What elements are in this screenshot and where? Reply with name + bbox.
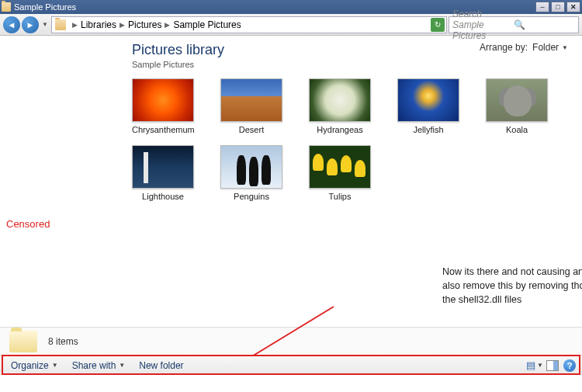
status-bar: 8 items <box>0 327 582 355</box>
thumbnail-item[interactable]: Tulips <box>309 145 371 201</box>
chevron-down-icon: ▼ <box>52 362 58 369</box>
thumbnail-item[interactable]: Penguins <box>220 145 282 201</box>
breadcrumb[interactable]: ▶ Libraries ▶ Pictures ▶ Sample Pictures… <box>51 16 447 33</box>
thumbnail-label: Lighthouse <box>132 192 194 201</box>
preview-pane-button[interactable] <box>546 360 559 371</box>
folder-icon <box>55 19 66 30</box>
thumbnail-label: Koala <box>486 125 548 134</box>
thumbnail-label: Jellyfish <box>397 125 459 134</box>
thumbnail-image <box>309 145 371 189</box>
thumbnail-image <box>132 145 194 189</box>
thumbnail-item[interactable]: Koala <box>486 78 548 134</box>
breadcrumb-item[interactable]: Sample Pictures <box>173 19 241 30</box>
views-button[interactable]: ▤▼ <box>528 359 542 372</box>
thumbnail-item[interactable]: Desert <box>220 78 282 134</box>
maximize-button[interactable]: □ <box>551 2 565 12</box>
thumbnail-label: Hydrangeas <box>309 125 371 134</box>
library-title: Pictures library <box>132 42 224 58</box>
breadcrumb-item[interactable]: Pictures <box>128 19 161 30</box>
thumbnail-image <box>220 145 282 189</box>
main-pane: Pictures library Sample Pictures Arrange… <box>132 36 582 327</box>
folder-icon <box>2 2 11 12</box>
search-input[interactable]: Search Sample Pictures 🔍 <box>449 16 579 33</box>
folder-icon <box>9 331 37 352</box>
organize-button[interactable]: Organize▼ <box>6 359 63 373</box>
arrange-by[interactable]: Arrange by: Folder ▼ <box>480 42 568 53</box>
new-folder-button[interactable]: New folder <box>134 359 188 373</box>
thumbnail-label: Desert <box>220 125 282 134</box>
thumbnail-label: Penguins <box>220 192 282 201</box>
navbar: ◄ ► ▼ ▶ Libraries ▶ Pictures ▶ Sample Pi… <box>0 14 582 36</box>
folder-band-toolbar: Organize▼ Share with▼ New folder ▤▼ ? <box>0 355 582 375</box>
chevron-down-icon: ▼ <box>562 44 568 51</box>
library-subtitle: Sample Pictures <box>132 60 224 69</box>
close-button[interactable]: ✕ <box>566 2 580 12</box>
chevron-right-icon[interactable]: ▶ <box>116 21 128 29</box>
search-icon[interactable]: 🔍 <box>514 19 575 30</box>
history-dropdown[interactable]: ▼ <box>40 16 50 33</box>
censored-label: Censored <box>6 218 50 230</box>
arrange-value: Folder <box>532 42 559 53</box>
thumbnail-image <box>309 78 371 122</box>
annotation-text: Now its there and not causing any drama,… <box>442 265 582 307</box>
chevron-down-icon: ▼ <box>119 362 125 369</box>
navigation-pane: Censored <box>0 36 132 327</box>
thumbnail-item[interactable]: Chrysanthemum <box>132 78 194 134</box>
minimize-button[interactable]: – <box>535 2 549 12</box>
help-button[interactable]: ? <box>563 359 576 372</box>
forward-button[interactable]: ► <box>22 16 39 33</box>
thumbnail-item[interactable]: Jellyfish <box>397 78 459 134</box>
arrange-label: Arrange by: <box>480 42 528 53</box>
refresh-button[interactable]: ↻ <box>431 18 445 32</box>
thumbnail-image <box>220 78 282 122</box>
thumbnail-label: Chrysanthemum <box>132 125 194 134</box>
thumbnail-grid: ChrysanthemumDesertHydrangeasJellyfishKo… <box>132 78 568 201</box>
breadcrumb-item[interactable]: Libraries <box>81 19 116 30</box>
chevron-right-icon[interactable]: ▶ <box>69 21 81 29</box>
item-count: 8 items <box>48 336 78 347</box>
thumbnail-label: Tulips <box>309 192 371 201</box>
thumbnail-image <box>486 78 548 122</box>
back-button[interactable]: ◄ <box>3 16 20 33</box>
thumbnail-item[interactable]: Hydrangeas <box>309 78 371 134</box>
chevron-right-icon[interactable]: ▶ <box>161 21 173 29</box>
thumbnail-item[interactable]: Lighthouse <box>132 145 194 201</box>
thumbnail-image <box>397 78 459 122</box>
thumbnail-image <box>132 78 194 122</box>
share-with-button[interactable]: Share with▼ <box>68 359 130 373</box>
